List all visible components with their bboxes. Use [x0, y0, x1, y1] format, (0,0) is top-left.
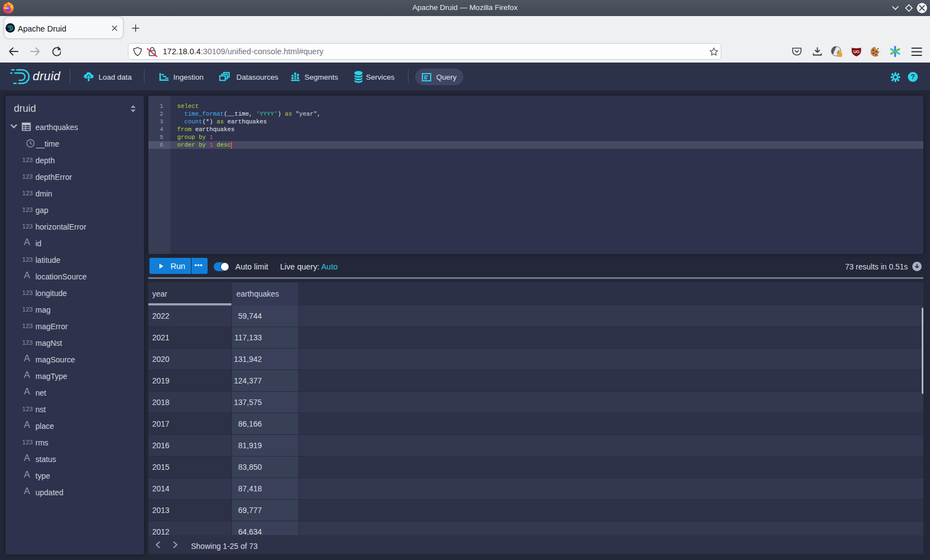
svg-text:UO: UO: [853, 49, 859, 54]
svg-text:?: ?: [911, 73, 915, 81]
